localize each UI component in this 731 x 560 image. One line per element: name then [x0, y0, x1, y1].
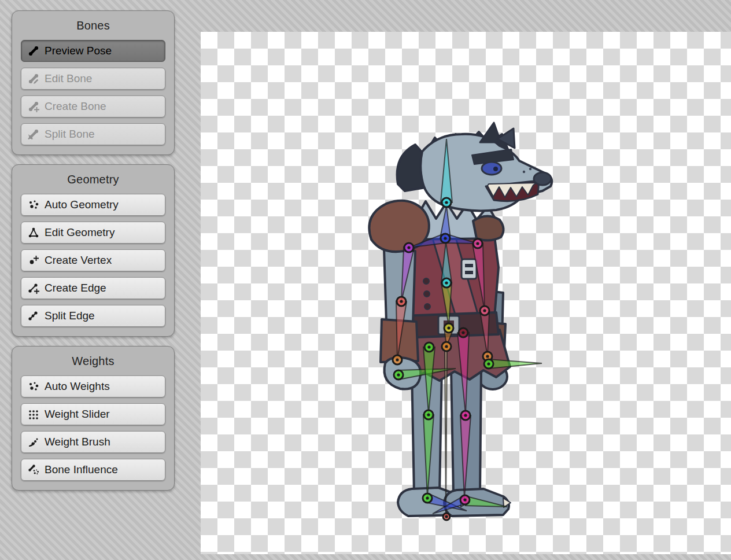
- tool-edit-geometry[interactable]: Edit Geometry: [21, 222, 165, 244]
- tool-create-bone[interactable]: Create Bone: [21, 95, 165, 117]
- panel-bones: Bones Preview Pose Edit Bone Create Bone…: [12, 10, 175, 155]
- sprite-canvas[interactable]: [201, 32, 731, 554]
- tool-label: Auto Weights: [45, 380, 110, 393]
- tool-weight-slider[interactable]: Weight Slider: [21, 403, 165, 425]
- panel-weights: Weights Auto Weights Weight Slider Weigh…: [12, 346, 175, 491]
- tool-label: Weight Brush: [45, 436, 110, 448]
- tool-label: Create Vertex: [45, 254, 112, 267]
- tool-label: Edit Bone: [45, 72, 92, 85]
- tool-label: Edit Geometry: [45, 226, 115, 239]
- tool-auto-geometry[interactable]: Auto Geometry: [21, 194, 165, 216]
- tool-label: Create Edge: [45, 282, 106, 294]
- tool-label: Create Bone: [45, 100, 106, 113]
- split-bone-icon: [28, 128, 39, 140]
- edit-bone-icon: [28, 73, 39, 84]
- tool-label: Weight Slider: [45, 408, 110, 421]
- panel-geometry: Geometry Auto Geometry Edit Geometry Cre…: [12, 164, 175, 337]
- tool-edit-bone[interactable]: Edit Bone: [21, 68, 165, 90]
- panel-title-geometry: Geometry: [21, 173, 165, 186]
- create-edge-icon: [28, 282, 39, 294]
- tool-weight-brush[interactable]: Weight Brush: [21, 431, 165, 453]
- tool-split-bone[interactable]: Split Bone: [21, 123, 165, 145]
- tool-label: Preview Pose: [45, 45, 112, 57]
- panel-title-weights: Weights: [21, 355, 165, 368]
- weight-slider-icon: [28, 408, 39, 420]
- tool-create-vertex[interactable]: Create Vertex: [21, 249, 165, 271]
- tool-label: Split Edge: [45, 310, 95, 322]
- edit-geometry-icon: [28, 227, 39, 238]
- tool-preview-pose[interactable]: Preview Pose: [21, 40, 165, 62]
- panel-title-bones: Bones: [21, 19, 165, 32]
- bone-influence-icon: [28, 464, 39, 476]
- auto-geometry-icon: [28, 199, 39, 211]
- preview-pose-icon: [28, 45, 39, 57]
- skinning-editor: Bones Preview Pose Edit Bone Create Bone…: [0, 0, 731, 560]
- split-edge-icon: [28, 310, 39, 322]
- tool-label: Split Bone: [45, 128, 95, 141]
- create-bone-icon: [28, 101, 39, 112]
- tool-split-edge[interactable]: Split Edge: [21, 305, 165, 327]
- tool-create-edge[interactable]: Create Edge: [21, 277, 165, 299]
- tool-auto-weights[interactable]: Auto Weights: [21, 375, 165, 397]
- tool-bone-influence[interactable]: Bone Influence: [21, 459, 165, 481]
- tool-label: Auto Geometry: [45, 198, 119, 211]
- tool-label: Bone Influence: [45, 463, 118, 476]
- create-vertex-icon: [28, 255, 39, 266]
- weight-brush-icon: [28, 436, 39, 448]
- toolbox: Bones Preview Pose Edit Bone Create Bone…: [12, 10, 175, 500]
- auto-weights-icon: [28, 381, 39, 392]
